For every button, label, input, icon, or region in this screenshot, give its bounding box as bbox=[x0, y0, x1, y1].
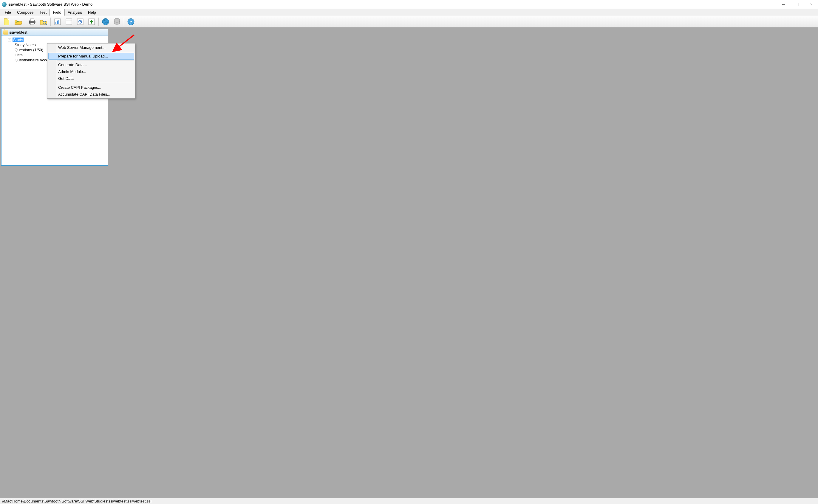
menu-item-generate-data[interactable]: Generate Data... bbox=[56, 61, 134, 68]
tree-root-label: ssiwebtest bbox=[9, 30, 27, 35]
toolbar-separator bbox=[98, 18, 99, 26]
svg-rect-14 bbox=[58, 20, 59, 24]
open-folder-icon[interactable] bbox=[13, 17, 23, 27]
tree-node-label: Questions (1/50) bbox=[15, 48, 43, 52]
tree-header[interactable]: ssiwebtest bbox=[1, 29, 108, 36]
app-icon bbox=[2, 2, 7, 7]
menu-item-create-capi-packages[interactable]: Create CAPI Packages... bbox=[56, 84, 134, 91]
menu-compose[interactable]: Compose bbox=[14, 9, 37, 16]
preview-icon[interactable] bbox=[75, 17, 85, 27]
menu-separator bbox=[57, 83, 134, 83]
svg-rect-12 bbox=[55, 22, 56, 24]
database-icon[interactable] bbox=[112, 17, 122, 27]
menu-item-admin-module[interactable]: Admin Module... bbox=[56, 68, 134, 75]
toolbar-separator bbox=[124, 18, 124, 26]
menu-item-get-data[interactable]: Get Data bbox=[56, 75, 134, 82]
chart-icon[interactable] bbox=[52, 17, 63, 27]
menu-item-web-server-management[interactable]: Web Server Management... bbox=[56, 44, 134, 51]
new-file-icon[interactable] bbox=[2, 17, 12, 27]
menu-item-accumulate-capi-data[interactable]: Accumulate CAPI Data Files... bbox=[56, 91, 134, 98]
toolbar-separator bbox=[50, 18, 51, 26]
tree-node-label: Study bbox=[13, 38, 24, 42]
menu-item-prepare-manual-upload[interactable]: Prepare for Manual Upload... bbox=[48, 53, 134, 60]
minimize-button[interactable] bbox=[777, 0, 791, 9]
maximize-button[interactable] bbox=[791, 0, 804, 9]
help-icon[interactable]: ? bbox=[126, 17, 136, 27]
menu-help[interactable]: Help bbox=[85, 9, 99, 16]
tree-node-study[interactable]: − Study bbox=[4, 37, 108, 42]
svg-rect-13 bbox=[57, 21, 58, 24]
menu-separator bbox=[57, 52, 134, 52]
svg-rect-1 bbox=[796, 3, 799, 6]
window-controls bbox=[777, 0, 818, 9]
svg-point-22 bbox=[80, 21, 81, 22]
toolbar: ? bbox=[0, 16, 818, 27]
upload-icon[interactable] bbox=[86, 17, 97, 27]
window-title: ssiwebtest - Sawtooth Software SSI Web -… bbox=[8, 2, 777, 7]
globe-icon[interactable] bbox=[100, 17, 111, 27]
svg-rect-15 bbox=[66, 19, 72, 25]
workspace: ssiwebtest − Study Study Notes Questions… bbox=[0, 27, 818, 498]
svg-rect-7 bbox=[30, 19, 34, 21]
search-folder-icon[interactable] bbox=[38, 17, 49, 27]
field-menu-dropdown: Web Server Management... Prepare for Man… bbox=[47, 43, 135, 99]
menu-test[interactable]: Test bbox=[37, 9, 50, 16]
collapse-icon[interactable]: − bbox=[8, 38, 11, 41]
status-bar: \\Mac\Home\Documents\Sawtooth Software\S… bbox=[0, 498, 818, 504]
menu-analysis[interactable]: Analysis bbox=[65, 9, 85, 16]
tree-node-label: Study Notes bbox=[15, 43, 36, 47]
menu-bar: File Compose Test Field Analysis Help bbox=[0, 9, 818, 16]
folder-icon bbox=[3, 30, 8, 35]
menu-file[interactable]: File bbox=[2, 9, 14, 16]
tree-node-label: Lists bbox=[15, 53, 23, 57]
toolbar-separator bbox=[25, 18, 25, 26]
status-path: \\Mac\Home\Documents\Sawtooth Software\S… bbox=[2, 499, 151, 503]
title-bar: ssiwebtest - Sawtooth Software SSI Web -… bbox=[0, 0, 818, 9]
close-button[interactable] bbox=[804, 0, 818, 9]
svg-point-24 bbox=[102, 18, 109, 25]
menu-field[interactable]: Field bbox=[49, 9, 64, 16]
svg-rect-8 bbox=[30, 23, 34, 25]
table-icon[interactable] bbox=[64, 17, 74, 27]
print-icon[interactable] bbox=[27, 17, 37, 27]
svg-text:?: ? bbox=[130, 20, 132, 24]
